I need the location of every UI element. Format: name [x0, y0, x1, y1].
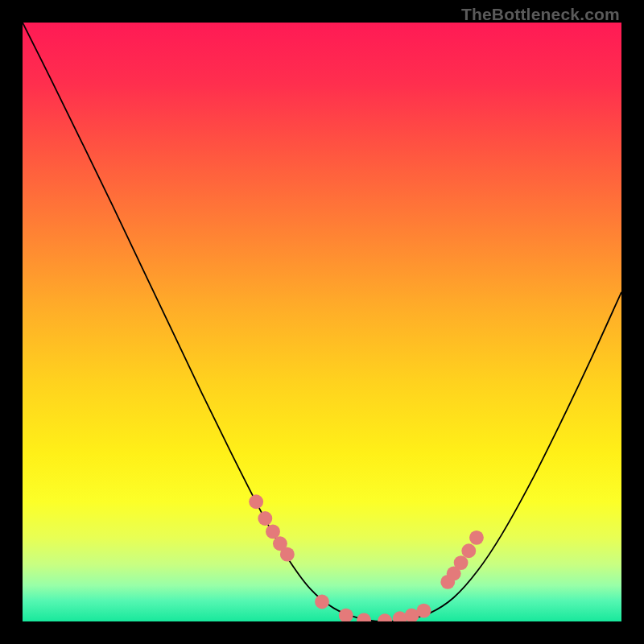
plot-background [23, 23, 621, 621]
chart-frame: TheBottleneck.com [0, 0, 644, 644]
svg-rect-0 [23, 23, 621, 621]
plot-area [23, 23, 621, 621]
watermark-text: TheBottleneck.com [461, 5, 620, 24]
